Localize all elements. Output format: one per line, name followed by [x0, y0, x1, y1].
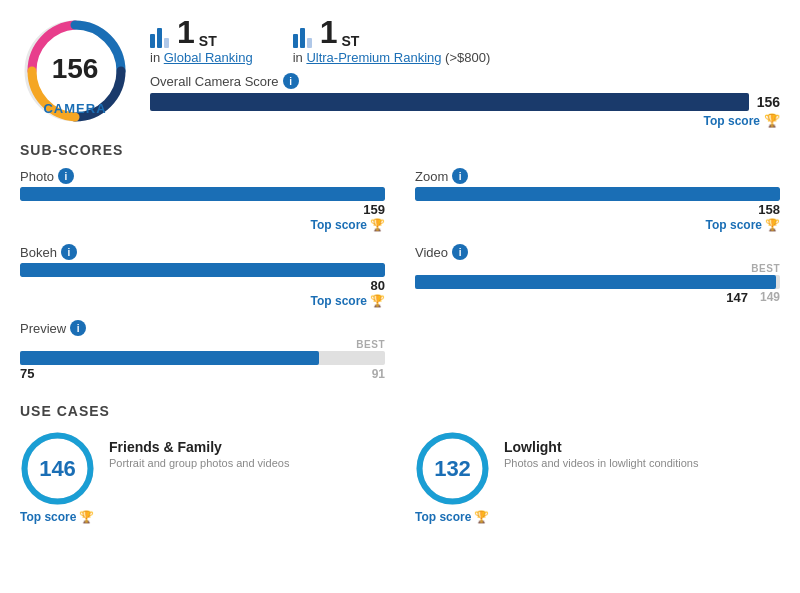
bokeh-bar-fill	[20, 263, 385, 277]
lowlight-circle: 132	[415, 431, 490, 506]
lowlight-top-score: Top score 🏆	[415, 510, 780, 524]
video-best-value: 149	[760, 290, 780, 305]
camera-score-circle: 156 CAMERA	[20, 16, 130, 126]
bokeh-trophy: 🏆	[370, 294, 385, 308]
header-section: 156 CAMERA 1ST in	[20, 16, 780, 128]
sub-scores-title: SUB-SCORES	[20, 142, 780, 158]
preview-best-value: 91	[372, 367, 385, 381]
use-cases-col-left: 146 Friends & Family Portrait and group …	[20, 431, 385, 524]
friends-family-score: 146	[39, 456, 76, 482]
photo-info-icon[interactable]: i	[58, 168, 74, 184]
overall-score-value: 156	[757, 94, 780, 110]
video-bar-bg	[415, 275, 780, 289]
friends-family-top-score: Top score 🏆	[20, 510, 385, 524]
lowlight-trophy: 🏆	[474, 510, 489, 524]
preview-label: Preview	[20, 321, 66, 336]
camera-label: CAMERA	[43, 101, 106, 116]
sub-score-video: Video i BEST 147 149	[415, 244, 780, 305]
preview-value: 75	[20, 366, 34, 381]
photo-label: Photo	[20, 169, 54, 184]
use-case-friends-family: 146 Friends & Family Portrait and group …	[20, 431, 385, 506]
friends-family-info: Friends & Family Portrait and group phot…	[109, 431, 385, 469]
photo-trophy: 🏆	[370, 218, 385, 232]
friends-family-desc: Portrait and group photos and videos	[109, 457, 385, 469]
friends-family-circle: 146	[20, 431, 95, 506]
friends-family-trophy: 🏆	[79, 510, 94, 524]
ultra-rank-desc: in Ultra-Premium Ranking (>$800)	[293, 50, 491, 65]
video-label: Video	[415, 245, 448, 260]
sub-score-zoom: Zoom i 158 Top score 🏆	[415, 168, 780, 232]
rank-bar-u2	[300, 28, 305, 48]
zoom-value: 158	[758, 202, 780, 217]
bokeh-value: 80	[371, 278, 385, 293]
sub-score-photo: Photo i 159 Top score 🏆	[20, 168, 385, 232]
sub-score-preview: Preview i BEST 75 91	[20, 320, 385, 381]
global-rank-suffix: ST	[199, 34, 217, 48]
rank-bar-1	[150, 34, 155, 48]
sub-scores-col-right: Zoom i 158 Top score 🏆 Video i	[415, 168, 780, 393]
photo-value: 159	[363, 202, 385, 217]
preview-best-label: BEST	[356, 339, 385, 350]
use-cases-title: USE CASES	[20, 403, 780, 419]
rank-bars-ultra	[293, 28, 312, 48]
overall-bar-row: 156	[150, 93, 780, 111]
bokeh-label: Bokeh	[20, 245, 57, 260]
overall-bar-container	[150, 93, 749, 111]
overall-bar-fill	[150, 93, 749, 111]
sub-scores-col-left: Photo i 159 Top score 🏆 Bokeh i	[20, 168, 385, 393]
use-case-lowlight: 132 Lowlight Photos and videos in lowlig…	[415, 431, 780, 506]
zoom-bar-fill	[415, 187, 780, 201]
ultra-ranking-extra: (>$800)	[445, 50, 490, 65]
lowlight-score: 132	[434, 456, 471, 482]
lowlight-name: Lowlight	[504, 439, 780, 455]
overall-section: Overall Camera Score i 156 Top score 🏆	[150, 73, 780, 128]
bokeh-bar-bg	[20, 263, 385, 277]
rank-bar-u1	[293, 34, 298, 48]
friends-family-name: Friends & Family	[109, 439, 385, 455]
overall-label: Overall Camera Score i	[150, 73, 780, 89]
ultra-ranking-link[interactable]: Ultra-Premium Ranking	[306, 50, 441, 65]
photo-bar-fill	[20, 187, 385, 201]
global-ranking-link[interactable]: Global Ranking	[164, 50, 253, 65]
ultra-rank-number: 1	[320, 16, 338, 48]
bokeh-top-score: Top score 🏆	[20, 294, 385, 308]
zoom-bar-bg	[415, 187, 780, 201]
use-cases-col-right: 132 Lowlight Photos and videos in lowlig…	[415, 431, 780, 524]
lowlight-desc: Photos and videos in lowlight conditions	[504, 457, 780, 469]
rank-bar-2	[157, 28, 162, 48]
photo-bar-bg	[20, 187, 385, 201]
overall-top-score: Top score 🏆	[150, 113, 780, 128]
sub-scores-grid: Photo i 159 Top score 🏆 Bokeh i	[20, 168, 780, 393]
rank-bars-global	[150, 28, 169, 48]
video-bar-fill	[415, 275, 776, 289]
ultra-rank-suffix: ST	[341, 34, 359, 48]
video-best-label: BEST	[751, 263, 780, 274]
video-value: 147	[726, 290, 748, 305]
video-info-icon[interactable]: i	[452, 244, 468, 260]
use-cases-grid: 146 Friends & Family Portrait and group …	[20, 431, 780, 524]
rank-bar-3	[164, 38, 169, 48]
bokeh-info-icon[interactable]: i	[61, 244, 77, 260]
lowlight-info: Lowlight Photos and videos in lowlight c…	[504, 431, 780, 469]
overall-info-icon[interactable]: i	[283, 73, 299, 89]
global-rank-number: 1	[177, 16, 195, 48]
zoom-info-icon[interactable]: i	[452, 168, 468, 184]
main-content: 156 CAMERA 1ST in	[0, 0, 800, 540]
preview-bar-fill	[20, 351, 319, 365]
global-rank-desc: in Global Ranking	[150, 50, 253, 65]
preview-bar-bg	[20, 351, 385, 365]
zoom-trophy: 🏆	[765, 218, 780, 232]
camera-score-number: 156	[52, 53, 99, 85]
overall-trophy-icon: 🏆	[764, 113, 780, 128]
zoom-top-score: Top score 🏆	[415, 218, 780, 232]
photo-top-score: Top score 🏆	[20, 218, 385, 232]
global-ranking-block: 1ST in Global Ranking	[150, 16, 253, 65]
preview-info-icon[interactable]: i	[70, 320, 86, 336]
rank-bar-u3	[307, 38, 312, 48]
zoom-label: Zoom	[415, 169, 448, 184]
ultra-ranking-block: 1ST in Ultra-Premium Ranking (>$800)	[293, 16, 491, 65]
sub-score-bokeh: Bokeh i 80 Top score 🏆	[20, 244, 385, 308]
